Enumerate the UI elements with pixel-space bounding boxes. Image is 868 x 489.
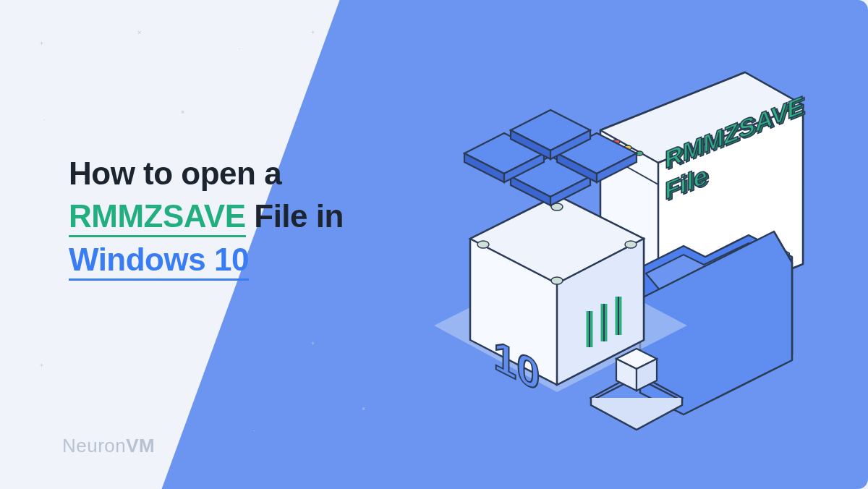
headline-part2: File in xyxy=(254,198,344,234)
page-title: How to open a RMMZSAVE File in Windows 1… xyxy=(69,152,416,281)
brand-name-light: Neuron xyxy=(62,435,126,456)
svg-point-10 xyxy=(551,277,563,284)
brand-name-bold: VM xyxy=(126,435,155,456)
svg-point-9 xyxy=(625,241,637,248)
headline-highlight-windows10: Windows 10 xyxy=(69,242,249,281)
hero-illustration: RMMZSAVE RMMZSAVE File File xyxy=(412,58,817,434)
brand-logo: NeuronVM xyxy=(62,435,155,457)
headline-highlight-rmmzsave: RMMZSAVE xyxy=(69,198,246,237)
svg-point-7 xyxy=(477,241,489,248)
headline-part1: How to open a xyxy=(69,156,281,191)
